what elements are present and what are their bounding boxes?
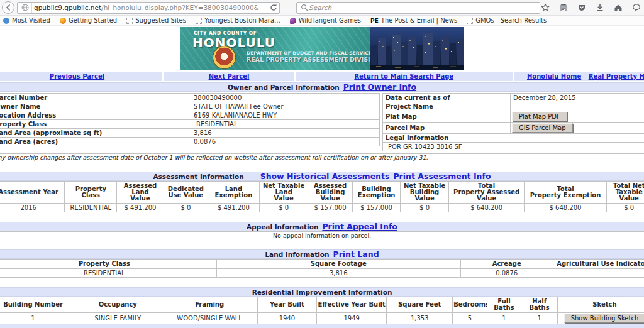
- bookmark-most-visited[interactable]: Most Visited: [3, 17, 50, 24]
- bookmark-label: Getting Started: [69, 17, 117, 24]
- assessment-section-title: Assessment Information: [153, 173, 243, 180]
- nav-cell: Honolulu Home: [514, 72, 596, 81]
- table-cell: $ 491,200: [117, 204, 164, 212]
- column-header: Building Number: [0, 297, 74, 313]
- column-header: Occupancy: [74, 297, 162, 313]
- bookmark-wildtangent[interactable]: WildTangent Games: [290, 17, 361, 24]
- table-cell: 1940: [257, 313, 316, 324]
- gis-parcel-map-button[interactable]: GIS Parcel Map: [512, 123, 573, 133]
- table-cell: $ 0: [606, 204, 644, 212]
- table-row: Property ClassRESIDENTIAL: [0, 120, 380, 129]
- return-search-link[interactable]: Return to Main Search Page: [354, 73, 453, 80]
- location-address-value: 6169 KALANIANAOLE HWY: [191, 111, 380, 120]
- land-data-row: RESIDENTIAL 3,816 0.0876: [0, 269, 644, 278]
- parcel-nav-bar: Previous Parcel Next Parcel Return to Ma…: [0, 72, 644, 81]
- land-area-sqft-value: 3,816: [191, 129, 380, 138]
- bookmark-suggested-sites[interactable]: Suggested Sites: [126, 17, 186, 24]
- plat-map-pdf-button[interactable]: Plat Map PDF: [512, 112, 567, 121]
- bookmark-label: GMOs - Search Results: [475, 17, 547, 24]
- table-row: Data current as ofDecember 28, 2015: [383, 94, 644, 102]
- spacer: [0, 278, 644, 286]
- column-header: Property Class: [0, 260, 216, 269]
- download-icon[interactable]: [595, 3, 605, 13]
- search-input[interactable]: [309, 4, 536, 11]
- data-current-label: Data current as of: [383, 94, 511, 102]
- sketch-cell: Show Building Sketch: [557, 313, 644, 324]
- building-1-data-row: 1 SINGLE-FAMILY WOOD/SINGLE WALL 1940 19…: [0, 313, 644, 324]
- project-name-value: [511, 102, 644, 111]
- column-header: Effective Year Built: [317, 297, 387, 313]
- table-cell: $ 491,200: [208, 204, 259, 212]
- table-row: Location Address6169 KALANIANAOLE HWY: [0, 111, 380, 120]
- bookmark-post-email[interactable]: PEThe Post & Email | News: [370, 17, 457, 24]
- ownership-note-text: Any ownership changes after assessment d…: [0, 154, 428, 161]
- owner-name-value: STATE OF HAWAII Fee Owner: [191, 102, 380, 111]
- table-cell: 1: [0, 313, 74, 324]
- column-header: Full Baths: [487, 297, 521, 313]
- land-area-acres-value: 0.0876: [191, 138, 380, 146]
- table-cell: 1: [487, 313, 521, 324]
- column-header: Acreage: [460, 260, 553, 269]
- home-icon[interactable]: [613, 3, 623, 13]
- bookmark-getting-started[interactable]: Getting Started: [60, 17, 117, 24]
- show-building-sketch-button[interactable]: Show Building Sketch: [564, 314, 644, 323]
- bookmark-label: Most Visited: [12, 17, 50, 24]
- land-section-header: Land Information Print Land: [0, 249, 644, 259]
- print-owner-info-link[interactable]: Print Owner Info: [343, 82, 416, 92]
- url-path: /hi_honolulu_display.php?KEY=38003049000…: [101, 4, 259, 11]
- table-cell: 1,353: [387, 313, 453, 324]
- back-button[interactable]: [2, 1, 14, 14]
- column-header: Framing: [162, 297, 257, 313]
- url-divider: [31, 3, 32, 13]
- property-class-value: RESIDENTIAL: [191, 120, 380, 129]
- url-text: qpublic9.qpublic.net/hi_honolulu_display…: [34, 4, 265, 11]
- improvement-section-header: Residential Improvement Information: [0, 287, 644, 297]
- star-icon[interactable]: [540, 3, 550, 13]
- land-header-row: Property Class Square Footage Acreage Ag…: [0, 260, 644, 269]
- column-header: Sketch: [557, 297, 644, 313]
- bookmark-gmos[interactable]: GMOs - Search Results: [467, 17, 547, 24]
- appeal-message: No appeal information on parcel.: [0, 231, 644, 239]
- table-cell: RESIDENTIAL: [65, 204, 117, 212]
- table-cell: $ 0: [164, 204, 208, 212]
- assessment-data-row: 2016 RESIDENTIAL $ 491,200 $ 0 $ 491,200…: [0, 204, 644, 212]
- placeholder-icon: [467, 18, 473, 24]
- previous-parcel-link[interactable]: Previous Parcel: [50, 73, 104, 80]
- real-property-home-link[interactable]: Real Property Home: [589, 73, 644, 80]
- table-cell: $ 0: [259, 204, 308, 212]
- plat-map-label: Plat Map: [383, 111, 511, 123]
- table-row: Land Area (approximate sq ft)3,816: [0, 129, 380, 138]
- reload-icon[interactable]: [269, 3, 278, 12]
- table-cell: 3,816: [216, 269, 460, 278]
- column-header: Year Built: [257, 297, 316, 313]
- column-header: Assessed Land Value: [117, 182, 164, 204]
- honolulu-home-link[interactable]: Honolulu Home: [527, 73, 581, 80]
- column-header: Net Taxable Land Value: [259, 182, 308, 204]
- column-header: Square Feet: [387, 297, 453, 313]
- assessment-header-row: Assessment Year Property Class Assessed …: [0, 182, 644, 204]
- banner-division: REAL PROPERTY ASSESSMENT DIVISION: [247, 56, 380, 63]
- print-land-link[interactable]: Print Land: [333, 249, 379, 259]
- print-assessment-info-link[interactable]: Print Assessment Info: [393, 172, 491, 181]
- next-parcel-link[interactable]: Next Parcel: [209, 73, 250, 80]
- url-bar[interactable]: qpublic9.qpublic.net/hi_honolulu_display…: [17, 2, 280, 14]
- table-cell: $ 648,200: [448, 204, 525, 212]
- column-header: Total Property Exemption: [525, 182, 606, 204]
- column-header: Property Class: [65, 182, 117, 204]
- table-cell: [553, 269, 644, 278]
- assessment-section-header: Assessment Information Show Historical A…: [0, 172, 644, 181]
- hello-chat-icon[interactable]: [631, 3, 641, 13]
- most-visited-icon: [3, 18, 9, 24]
- bookmark-youngest-boston[interactable]: Youngest Boston Mara...: [196, 17, 280, 24]
- print-appeal-info-link[interactable]: Print Appeal Info: [322, 222, 397, 231]
- pocket-icon[interactable]: [577, 3, 587, 13]
- banner-honolulu: HONOLULU: [192, 35, 275, 50]
- show-historical-assessments-link[interactable]: Show Historical Assessments: [260, 172, 390, 181]
- bookmarks-clipboard-icon[interactable]: [558, 3, 569, 13]
- owner-left-table: Parcel Number380030490000 Owner NameSTAT…: [0, 93, 380, 146]
- back-arrow-icon: [4, 3, 13, 12]
- bookmark-label: Suggested Sites: [135, 17, 186, 24]
- placeholder-icon: [126, 18, 133, 24]
- column-header: Net Taxable Building Value: [401, 182, 449, 204]
- wildtangent-icon: [290, 18, 296, 24]
